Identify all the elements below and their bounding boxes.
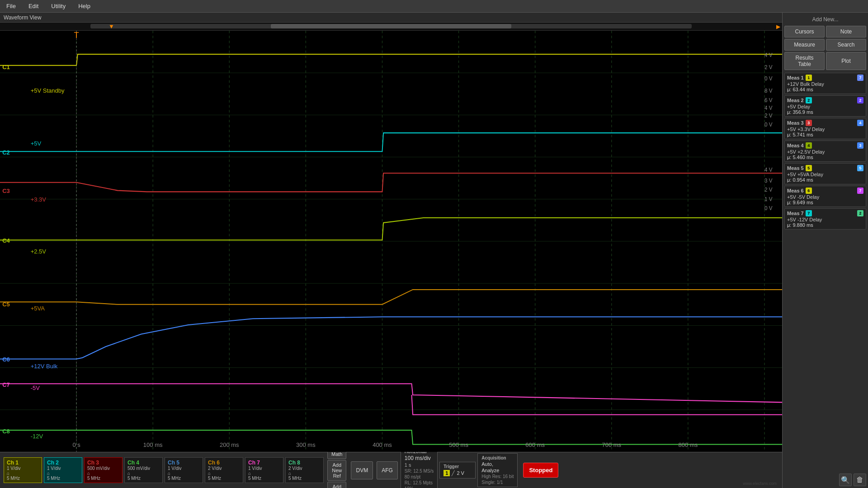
- add-new-label: Add New...: [784, 14, 866, 24]
- horizontal-pts: 80 ns/pt: [405, 474, 434, 479]
- add-new-bus-btn[interactable]: Add New Bus: [327, 482, 346, 488]
- meas-2-header: Meas 2 2 2: [787, 97, 863, 103]
- ch1-freq: 5 MHz: [7, 476, 39, 481]
- ch1-info[interactable]: Ch 1 1 V/div ⌂ 5 MHz: [4, 457, 42, 483]
- zoom-bar[interactable]: [90, 24, 692, 28]
- ch5-freq: 5 MHz: [168, 476, 200, 481]
- menu-edit[interactable]: Edit: [26, 2, 41, 10]
- svg-text:4 V: 4 V: [764, 52, 773, 58]
- trigger-arrow-right: ▶: [776, 23, 780, 30]
- menu-help[interactable]: Help: [75, 2, 93, 10]
- svg-text:2 V: 2 V: [764, 64, 773, 70]
- zoom-icon[interactable]: 🔍: [839, 474, 852, 486]
- ch2-info[interactable]: Ch 2 1 V/div ⌂ 5 MHz: [44, 457, 82, 483]
- meas-3-badge: 3: [806, 120, 812, 126]
- ch4-freq: 5 MHz: [127, 476, 160, 481]
- ch6-vdiv: 2 V/div: [208, 466, 240, 471]
- svg-text:8 V: 8 V: [764, 88, 773, 94]
- ch4-label: Ch 4: [127, 460, 160, 466]
- ch6-bw: ⌂: [208, 471, 240, 476]
- svg-text:2 V: 2 V: [764, 113, 773, 119]
- results-table-button[interactable]: Results Table: [784, 52, 825, 70]
- menu-utility[interactable]: Utility: [48, 2, 68, 10]
- ch6-freq: 5 MHz: [208, 476, 240, 481]
- add-new-text: Add New...: [812, 16, 838, 23]
- meas-7-title: +5V -12V Delay: [787, 217, 863, 222]
- meas-7[interactable]: Meas 7 7 2 +5V -12V Delay μ: 9.880 ms: [784, 208, 866, 230]
- cursors-button[interactable]: Cursors: [784, 26, 825, 38]
- delete-icon[interactable]: 🗑: [854, 474, 866, 486]
- waveform-area: Waveform View ▼ ▶: [0, 13, 782, 488]
- meas-3-label: Meas 3: [787, 120, 804, 126]
- meas-4[interactable]: Meas 4 4 3 +5V +2.5V Delay μ: 5.460 ms: [784, 141, 866, 162]
- meas-6[interactable]: Meas 6 6 7 +5V -5V Delay μ: 9.649 ms: [784, 186, 866, 207]
- dvm-button[interactable]: DVM: [351, 461, 373, 479]
- horizontal-section: Horizontal 100 ms/div 1 s SR: 12.5 MS/s …: [401, 447, 438, 488]
- svg-text:700 ms: 700 ms: [602, 441, 621, 448]
- ch7-freq: 5 MHz: [248, 476, 280, 481]
- ch4-info[interactable]: Ch 4 500 mV/div ⌂ 5 MHz: [124, 457, 163, 483]
- horizontal-delay: 1 s: [405, 462, 434, 468]
- svg-text:C2: C2: [2, 149, 10, 156]
- ch3-info[interactable]: Ch 3 500 mV/div ⌂ 5 MHz: [84, 457, 123, 483]
- ch8-bw: ⌂: [288, 471, 321, 476]
- svg-text:-12V: -12V: [31, 433, 43, 440]
- measurements-list: Meas 1 1 7 +12V Bulk Delay μ: 63.44 ms M…: [783, 72, 868, 472]
- ch6-info[interactable]: Ch 6 2 V/div ⌂ 5 MHz: [205, 457, 243, 483]
- meas-3-header: Meas 3 3 4: [787, 120, 863, 126]
- meas-7-value: μ: 9.880 ms: [787, 222, 863, 228]
- svg-text:2 V: 2 V: [764, 187, 773, 193]
- meas-2-value: μ: 356.9 ms: [787, 109, 863, 115]
- ch2-vdiv: 1 V/div: [47, 466, 79, 471]
- add-new-ref-btn[interactable]: Add New Ref: [327, 460, 346, 481]
- acquisition-mode: Auto,: [481, 461, 514, 467]
- meas-7-label: Meas 7: [787, 211, 804, 216]
- watermark-area: www.elecfans.com: [560, 480, 778, 486]
- meas-2[interactable]: Meas 2 2 2 +5V Delay μ: 356.9 ms: [784, 95, 866, 117]
- meas-4-ch-badge: 3: [857, 142, 863, 149]
- svg-text:C1: C1: [2, 64, 10, 70]
- svg-text:1 V: 1 V: [764, 196, 773, 202]
- search-button[interactable]: Search: [826, 39, 866, 51]
- waveform-canvas[interactable]: T C1 C2 C3 C4 C5 C6 C7 C8 +5V Standby +5…: [0, 31, 782, 452]
- waveform-title: Waveform View: [4, 14, 41, 21]
- meas-6-header: Meas 6 6 7: [787, 188, 863, 194]
- svg-text:+2.5V: +2.5V: [31, 248, 46, 255]
- svg-text:C3: C3: [2, 188, 10, 194]
- ch5-info[interactable]: Ch 5 1 V/div ⌂ 5 MHz: [165, 457, 203, 483]
- trigger-marker: ▼: [108, 23, 114, 30]
- meas-1[interactable]: Meas 1 1 7 +12V Bulk Delay μ: 63.44 ms: [784, 73, 866, 94]
- afg-button[interactable]: AFG: [377, 461, 398, 479]
- svg-text:6 V: 6 V: [764, 97, 773, 103]
- stopped-button[interactable]: Stopped: [523, 463, 558, 478]
- ch7-info[interactable]: Ch 7 1 V/div ⌂ 5 MHz: [245, 457, 283, 483]
- svg-text:600 ms: 600 ms: [525, 441, 545, 448]
- ch8-info[interactable]: Ch 8 2 V/div ⌂ 5 MHz: [285, 457, 324, 483]
- meas-4-value: μ: 5.460 ms: [787, 155, 863, 160]
- plot-button[interactable]: Plot: [826, 52, 866, 70]
- trigger-bar: ▼ ▶: [0, 23, 782, 31]
- meas-3-value: μ: 5.741 ms: [787, 132, 863, 137]
- menu-file[interactable]: File: [4, 2, 19, 10]
- svg-text:3 V: 3 V: [764, 178, 773, 184]
- trigger-level: 2 V: [457, 470, 464, 476]
- meas-5-label: Meas 5: [787, 165, 804, 171]
- meas-6-ch-badge: 7: [857, 188, 863, 194]
- ch5-bw: ⌂: [168, 471, 200, 476]
- horizontal-rl: RL: 12.5 Mpts: [405, 480, 434, 485]
- trigger-ch-badge: 1: [443, 470, 450, 476]
- ch3-vdiv: 500 mV/div: [87, 466, 119, 471]
- note-button[interactable]: Note: [826, 26, 866, 38]
- measure-button[interactable]: Measure: [784, 39, 825, 51]
- svg-text:100 ms: 100 ms: [143, 441, 163, 448]
- svg-text:T: T: [74, 31, 79, 40]
- meas-6-badge: 6: [806, 188, 812, 194]
- btn-row-1: Cursors Note: [784, 26, 866, 38]
- bottom-toolbar: Ch 1 1 V/div ⌂ 5 MHz Ch 2 1 V/div ⌂ 5 MH…: [0, 452, 782, 488]
- meas-1-title: +12V Bulk Delay: [787, 81, 863, 87]
- svg-text:+12V Bulk: +12V Bulk: [31, 363, 58, 370]
- meas-3[interactable]: Meas 3 3 4 +5V +3.3V Delay μ: 5.741 ms: [784, 118, 866, 139]
- meas-3-ch-badge: 4: [857, 120, 863, 126]
- meas-5[interactable]: Meas 5 5 5 +5V +5VA Delay μ: 0.954 ms: [784, 163, 866, 184]
- ch8-vdiv: 2 V/div: [288, 466, 321, 471]
